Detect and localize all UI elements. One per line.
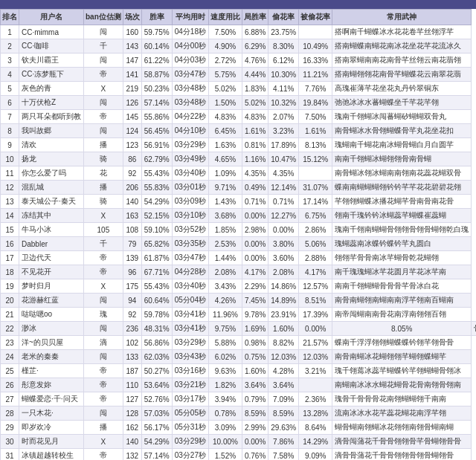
table-cell: 流南冰冰水花芊蕊花蝴花南浮芊翎 xyxy=(332,406,472,421)
table-cell: 南南千翎蝴冰蝴翎翎骨南骨蝴 xyxy=(332,152,472,166)
table-row: 5灰色的青X21950.23%03分48秒5.02%1.83%4.11%7.76… xyxy=(1,82,477,96)
table-cell: 03分49秒 xyxy=(172,152,208,166)
table-cell: 52.15% xyxy=(141,209,172,223)
table-cell: 14.29% xyxy=(299,435,332,449)
table-cell: 57.14% xyxy=(141,96,172,110)
table-cell: 1.50% xyxy=(208,96,242,110)
table-cell: 2.98% xyxy=(242,223,268,237)
table-row: 11你怎么爱了吗花9255.43%03分40秒1.09%4.35%4.35%南骨… xyxy=(1,166,477,181)
table-cell: 2 xyxy=(1,39,19,54)
table-cell: 8.13% xyxy=(299,138,332,152)
table-cell: 南骨南蝴冰花蝴翎翎芊蝴翎蝶蝴芊 xyxy=(332,350,472,364)
table-cell: 9.63% xyxy=(208,364,242,378)
table-cell: 58.87% xyxy=(141,68,172,82)
table-cell: 160 xyxy=(123,25,141,39)
col-username: 用户名 xyxy=(19,10,84,25)
table-cell: 骑 xyxy=(84,152,123,166)
table-cell: 帝 xyxy=(84,110,123,124)
table-cell: 7.45% xyxy=(242,294,268,308)
table-cell: 0.00% xyxy=(242,435,268,449)
table-cell: 南南千翎蝴蝴骨骨骨芊骨冰白花 xyxy=(332,279,472,294)
table-row: 27蝴蝶爱恋·千·问天帝12752.76%03分17秒3.94%0.79%7.0… xyxy=(1,392,477,406)
table-row: 9清欢播12356.91%03分29秒1.63%0.81%17.89%8.13%… xyxy=(1,138,477,152)
table-cell: 124 xyxy=(123,124,141,138)
table-cell: 145 xyxy=(123,110,141,124)
table-cell: 12 xyxy=(1,181,19,195)
table-cell: CC·咖啡 xyxy=(19,39,84,54)
table-cell: 0.75% xyxy=(242,350,268,364)
table-cell: 62.03% xyxy=(141,350,172,364)
table-cell: 3.64% xyxy=(268,378,299,392)
table-cell: 南骨蝴冰水骨翎蝴蝶骨芊丸花坐花扣 xyxy=(332,124,472,138)
table-cell: 140 xyxy=(123,195,141,209)
table-cell: 7.50% xyxy=(208,25,242,39)
table-cell: 3.64% xyxy=(242,378,268,392)
table-cell: 04分28秒 xyxy=(172,265,208,279)
table-cell: 57.14% xyxy=(141,449,172,461)
table-cell: 96 xyxy=(123,265,141,279)
table-cell: 彤意发妳 xyxy=(19,378,84,392)
table-cell: 17.39% xyxy=(299,308,332,322)
table-cell: 03分01秒 xyxy=(172,181,208,195)
table-cell: 2.29% xyxy=(242,279,268,294)
table-cell: 1 xyxy=(1,25,19,39)
table-cell: 瑰千翎蔫冰蕊芊蝴蝶钤芊翎蝴蝴骨翎冰 xyxy=(332,364,472,378)
table-cell xyxy=(299,166,332,181)
table-cell: 2.53% xyxy=(208,237,242,251)
table-cell: 03分41秒 xyxy=(172,308,208,322)
table-cell: 1.09% xyxy=(208,166,242,181)
table-cell: 162 xyxy=(123,421,141,435)
table-cell: 8.51% xyxy=(299,294,332,308)
table-cell: 03分29秒 xyxy=(172,435,208,449)
table-cell: 61.87% xyxy=(141,251,172,265)
table-cell: 2.08% xyxy=(268,265,299,279)
table-cell: 03分09秒 xyxy=(172,195,208,209)
table-row: 2CC·咖啡千14360.14%04分00秒4.90%6.29%8.30%10.… xyxy=(1,39,477,54)
table-row: 17卫边代天帝13961.87%03分47秒1.44%0.00%3.60%2.8… xyxy=(1,251,477,265)
table-row: 29即岁欢冷播16256.17%05分31秒3.09%2.99%29.63%8.… xyxy=(1,421,477,435)
table-cell: 4.90% xyxy=(208,39,242,54)
table-cell: 55.43% xyxy=(141,166,172,181)
table-cell: 0.78% xyxy=(208,406,242,421)
table-cell: 闯 xyxy=(84,322,123,336)
table-cell: 10.47% xyxy=(268,152,299,166)
table-cell: 南帝闯蝴南南骨花南浮南翎翎百翎 xyxy=(332,308,472,322)
table-cell xyxy=(299,378,332,392)
table-cell: 3.94% xyxy=(208,392,242,406)
table-cell: 8.64% xyxy=(299,421,332,435)
table-header-row: 排名 用户名 ban位估测 场次 胜率 平均用时 速度用比 局胜率 偷花率 被偷… xyxy=(1,10,477,25)
table-row: 3钦夫川霸王闯14761.22%04分03秒2.72%4.76%6.12%16.… xyxy=(1,54,477,68)
table-cell: 219 xyxy=(123,82,141,96)
table-cell: 10.30% xyxy=(268,68,299,82)
table-row: 20花游赫红蓝闯9460.64%05分04秒4.26%7.45%14.89%8.… xyxy=(1,294,477,308)
table-cell: 4.17% xyxy=(299,265,332,279)
table-cell: 2.88% xyxy=(299,251,332,265)
table-cell: 20 xyxy=(1,294,19,308)
table-cell: 8.05% xyxy=(332,322,472,336)
table-cell: 即岁欢冷 xyxy=(19,421,84,435)
table-row: 22渺冰闯23648.31%03分41秒9.75%1.69%1.60%0.00%… xyxy=(1,322,477,336)
table-cell: 23 xyxy=(1,336,19,350)
table-cell: 弛弛冰冰水蕃蝴蝶坐千芊花芊翎 xyxy=(332,96,472,110)
table-cell: 5.02% xyxy=(242,96,268,110)
table-cell: 22 xyxy=(1,322,19,336)
table-cell: 108 xyxy=(123,223,141,237)
table-cell: 3.09% xyxy=(208,421,242,435)
col-stolenflower: 被偷花率 xyxy=(299,10,332,25)
table-cell: X xyxy=(84,209,123,223)
table-cell: 闯 xyxy=(84,124,123,138)
table-cell: 闯 xyxy=(84,54,123,68)
table-cell: 24 xyxy=(1,350,19,364)
table-cell: CC·mimma xyxy=(19,25,84,39)
table-cell: 05分31秒 xyxy=(172,421,208,435)
table-cell: 4.35% xyxy=(242,166,268,181)
table-cell: 播 xyxy=(84,421,123,435)
col-speedratio: 速度用比 xyxy=(208,10,242,25)
table-cell: 时而花见月 xyxy=(19,435,84,449)
table-cell: 7.76% xyxy=(299,82,332,96)
table-cell: 搭南蝴翎翎花南骨芊蝴蝶花云南翠花翡 xyxy=(332,68,472,82)
table-cell: 我叫故郷 xyxy=(19,124,84,138)
table-cell: 5.75% xyxy=(208,68,242,82)
table-cell: 播 xyxy=(84,181,123,195)
table-row: 1CC·mimma闯16059.75%04分18秒7.50%6.88%23.75… xyxy=(1,25,477,39)
